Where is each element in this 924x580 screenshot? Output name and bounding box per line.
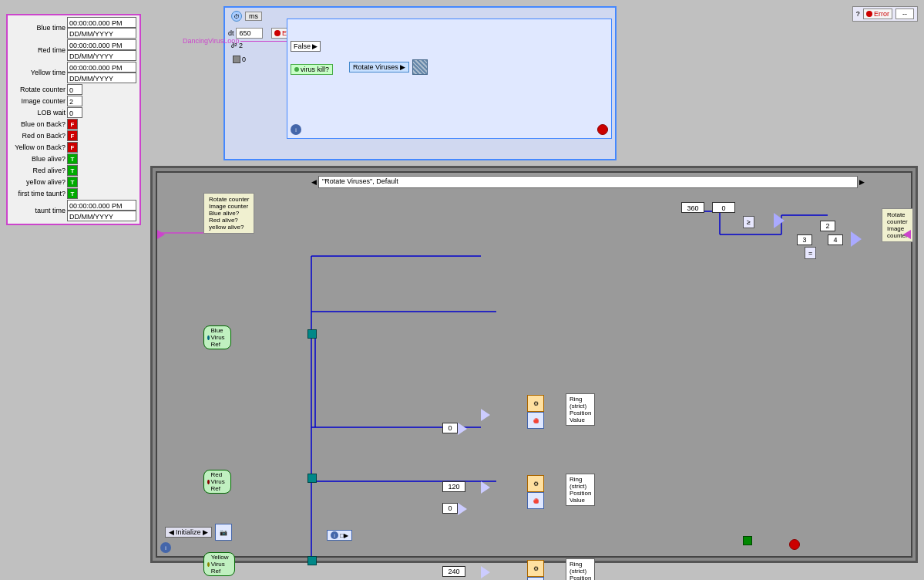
blue-alive-row: Blue alive? T (9, 153, 138, 164)
rv-arrow-right: ▶ (859, 178, 865, 186)
bottom-iter-box: i □▶ (327, 530, 352, 541)
red-on-back-label: Red on Back? (9, 132, 67, 140)
ring2-pos: Position (570, 490, 591, 497)
yellow-alive-row: yellow alive? T (9, 177, 138, 187)
init-arrow2: ▶ (203, 528, 208, 536)
ms-label: ms (245, 12, 262, 21)
ring3-add-tri (481, 566, 490, 578)
main-i-circle-area: i (160, 542, 173, 553)
rv-arrow-left: ◀ (311, 178, 317, 186)
virus-kill-label: virus kill? (301, 66, 329, 73)
inner-stop-dot[interactable] (597, 124, 608, 135)
image-counter-label: Image counter (9, 97, 67, 105)
top-right-error-label: Error (874, 10, 889, 18)
red-alive-row: Red alive? T (9, 165, 138, 176)
inner-stop-dot-area (597, 124, 608, 135)
loop-panel: DancingVirusLoop ⏱ ms dt 650 ∂² 2 0 Erro… (223, 6, 617, 160)
red-time-row: Red time 00:00:00.000 PM DD/MM/YYYY (9, 39, 138, 61)
yellow-alive-value: T (67, 177, 78, 187)
bottom-stop-dot-area (789, 539, 800, 550)
pink-arrow-left (157, 230, 165, 239)
dt-label: dt (228, 29, 234, 37)
sr-red-alive: Red alive? (209, 217, 249, 224)
first-time-taunt-label: first time taunt? (9, 190, 67, 197)
num-360: 360 (681, 202, 704, 213)
ring1-num-0: 0 (442, 423, 458, 433)
sr-rotate-counter: Rotate counter (209, 196, 249, 203)
num-360-box: 360 (681, 202, 704, 213)
ring3-img: 🔴 (527, 577, 544, 580)
error-dot-left-icon (274, 30, 281, 36)
yellow-time-date: DD/MM/YYYY (67, 72, 136, 83)
rotate-counter-value: 0 (67, 84, 82, 95)
red-time-date: DD/MM/YYYY (67, 50, 136, 61)
initialize-box[interactable]: ◀ Initialize ▶ (165, 527, 212, 538)
rotate-counter-label: Rotate counter (9, 86, 67, 93)
ring1-add-tri (481, 409, 490, 421)
red-ref-node (307, 474, 317, 483)
false-dropdown-area: False ▶ (291, 41, 321, 52)
rotate-viruses-area: Rotate Viruses ▶ (349, 59, 428, 75)
ring3-box: Ring (strict) Position Value (566, 558, 595, 580)
rv-dropdown[interactable]: "Rotate Viruses", Default (318, 176, 858, 188)
ring1-calc-icon: ⚙ 🔴 (527, 395, 544, 429)
bottom-green-node (743, 536, 752, 545)
ring2-add-tri (481, 481, 490, 494)
blue-virus-ref-label: Blue Virus Ref (211, 327, 228, 348)
blue-on-back-value: F (67, 119, 78, 130)
sr-yellow-alive: yellow alive? (209, 224, 249, 231)
top-right-question-icon: ? (856, 10, 861, 18)
ring2-calc: ⚙ (527, 475, 544, 492)
blue-alive-label: Blue alive? (9, 155, 67, 163)
dt-row: dt 650 (228, 28, 263, 39)
initialize-area: ◀ Initialize ▶ 📷 (165, 524, 232, 541)
tri-right-2 (851, 231, 862, 247)
false-label: False (294, 42, 311, 50)
iter-2: ∂² 2 (231, 42, 243, 49)
main-i-circle: i (160, 542, 171, 553)
rotate-viruses-btn[interactable]: Rotate Viruses ▶ (349, 62, 409, 72)
blue-time-value: 00:00:00.000 PM (67, 17, 136, 28)
iter-0: 0 (233, 56, 246, 63)
bottom-stop-dot[interactable] (789, 539, 800, 550)
yellow-on-back-row: Yellow on Back? F (9, 142, 138, 153)
false-dropdown[interactable]: False ▶ (291, 41, 321, 52)
blue-time-date: DD/MM/YYYY (67, 28, 136, 39)
ring2-calc-icon: ⚙ 🔴 (527, 475, 544, 509)
ring3-calc: ⚙ (527, 560, 544, 577)
yellow-virus-ref: Yellow Virus Ref (203, 552, 235, 576)
ring3-pos: Position (570, 575, 591, 580)
lob-wait-label: LOB wait (9, 109, 67, 116)
ring2-val: Value (570, 497, 591, 504)
virus-kill-dot (294, 67, 299, 72)
red-virus-ref: Red Virus Ref (203, 470, 231, 494)
taunt-time-value: 00:00:00.000 PM (67, 200, 136, 211)
blue-time-row: Blue time 00:00:00.000 PM DD/MM/YYYY (9, 17, 138, 39)
init-arrow: ◀ (169, 528, 174, 536)
ring2-label: Ring (strict) (570, 476, 591, 490)
top-right-panel: ? Error -- (852, 6, 919, 22)
blue-alive-value: T (67, 153, 78, 164)
ring2-add-tri2 (458, 503, 467, 515)
red-virus-ref-label: Red Virus Ref (211, 471, 228, 492)
rotate-counter-row: Rotate counter 0 (9, 84, 138, 95)
yellow-ref-dot (207, 562, 210, 567)
blue-on-back-row: Blue on Back? F (9, 119, 138, 130)
ring2-num-120: 120 (442, 481, 465, 492)
inner-i-circle-area: i (291, 124, 303, 135)
taunt-time-row: taunt time 00:00:00.000 PM DD/MM/YYYY (9, 200, 138, 221)
yellow-time-label: Yellow time (9, 69, 67, 76)
virus-kill-btn[interactable]: virus kill? (291, 64, 333, 75)
ring3-calc-icon: ⚙ 🔴 (527, 560, 544, 580)
ring3-num-240: 240 (442, 566, 465, 577)
compare-gte-1: ≥ (743, 216, 754, 228)
ring1-label: Ring (strict) (570, 396, 591, 410)
iter-2-val: 2 (239, 42, 243, 49)
ring1-add-tri2 (458, 423, 467, 435)
lob-wait-row: LOB wait 0 (9, 107, 138, 118)
ring2-num-0: 0 (442, 503, 458, 514)
rv-header: ◀ "Rotate Viruses", Default ▶ (311, 176, 865, 188)
sr-image-counter: Image counter (209, 203, 249, 210)
blue-on-back-label: Blue on Back? (9, 120, 67, 128)
ring3-label: Ring (strict) (570, 561, 591, 575)
